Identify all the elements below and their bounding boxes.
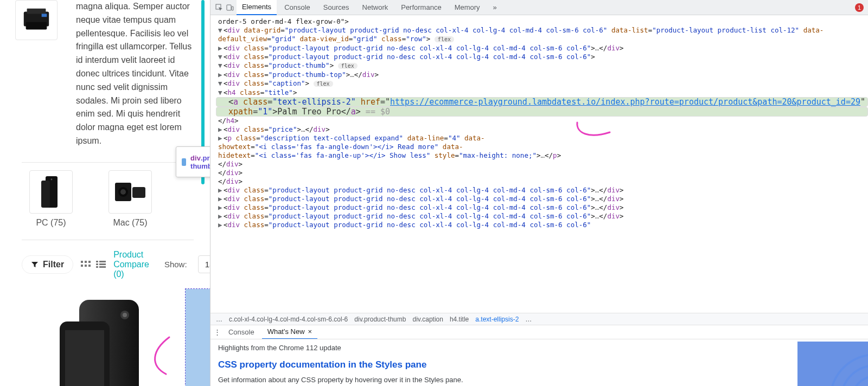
divider	[22, 240, 194, 240]
list-view-icon[interactable]	[96, 261, 106, 268]
subcategory-mac[interactable]: Mac (75)	[108, 170, 152, 228]
close-icon[interactable]: ×	[308, 327, 312, 336]
svg-rect-3	[42, 14, 47, 17]
svg-point-27	[123, 313, 127, 317]
devtools-panel: Elements Console Sources Network Perform…	[210, 0, 868, 386]
product-image[interactable]	[22, 289, 174, 386]
svg-rect-43	[227, 5, 231, 10]
filter-button[interactable]: Filter	[22, 255, 73, 274]
error-count-badge[interactable]: 1	[855, 3, 864, 12]
svg-point-9	[120, 189, 126, 195]
svg-rect-12	[85, 261, 87, 263]
svg-rect-1	[27, 9, 46, 14]
drawer-tab-console[interactable]: Console	[223, 325, 260, 339]
product-image[interactable]	[186, 289, 210, 386]
subcategory-label: Mac (75)	[108, 218, 152, 228]
drawer-tab-whatsnew[interactable]: What's New ×	[262, 325, 318, 339]
svg-rect-5	[41, 181, 50, 208]
drawer-tabbar: ⋮ Console What's New ×	[210, 325, 868, 339]
whatsnew-heading[interactable]: CSS property documentation in the Styles…	[218, 359, 860, 370]
inspect-element-icon[interactable]	[215, 3, 224, 12]
drawer-menu-icon[interactable]: ⋮	[214, 328, 221, 336]
tab-network[interactable]: Network	[357, 0, 394, 15]
whatsnew-highlights: Highlights from the Chrome 112 update	[218, 344, 860, 352]
svg-rect-20	[99, 263, 106, 265]
svg-rect-2	[26, 22, 47, 30]
svg-rect-10	[132, 187, 145, 198]
subcategory-list: PC (75) Mac (75)	[11, 170, 210, 228]
divider	[22, 162, 194, 163]
product-card-inspected[interactable]: Palm Treo Pro $337.99	[186, 289, 210, 386]
whatsnew-body: Get information about any CSS property b…	[218, 376, 860, 384]
svg-rect-18	[99, 261, 106, 262]
show-label: Show:	[164, 260, 187, 269]
tab-console[interactable]: Console	[279, 0, 316, 15]
svg-rect-25	[65, 330, 104, 386]
drawer-content: Highlights from the Chrome 112 update CS…	[210, 339, 868, 386]
svg-rect-21	[96, 266, 98, 268]
elements-tree[interactable]: order-5 order-md-4 flex-grow-0">▼<div da…	[210, 15, 868, 313]
tab-sources[interactable]: Sources	[318, 0, 355, 15]
svg-rect-22	[99, 266, 106, 268]
device-toolbar-icon[interactable]	[226, 3, 234, 12]
show-select[interactable]: 15 ▾	[198, 255, 210, 273]
svg-point-6	[51, 178, 53, 180]
tab-performance[interactable]: Performance	[395, 0, 446, 15]
svg-rect-14	[81, 265, 83, 267]
svg-rect-15	[85, 265, 87, 267]
funnel-icon	[31, 261, 39, 268]
svg-rect-16	[88, 265, 91, 267]
product-grid: HTC Touch HD $146.00	[11, 285, 210, 386]
tab-more[interactable]: »	[488, 0, 502, 15]
tab-elements[interactable]: Elements	[237, 0, 277, 15]
grid-view-icon[interactable]	[81, 261, 91, 268]
decorative-waves	[797, 342, 868, 386]
elements-breadcrumb[interactable]: … c.col-xl-4.col-lg-4.col-md-4.col-sm-6.…	[210, 313, 868, 325]
svg-rect-13	[88, 261, 91, 263]
tab-memory[interactable]: Memory	[449, 0, 486, 15]
svg-rect-17	[96, 261, 98, 262]
subcategory-label: PC (75)	[29, 218, 73, 228]
product-toolbar: Filter Product Compare (0) Show: 15 ▾ So…	[11, 248, 210, 285]
devtools-tabbar: Elements Console Sources Network Perform…	[210, 0, 868, 15]
svg-rect-19	[96, 263, 98, 265]
category-thumb-printer[interactable]	[15, 0, 58, 40]
inspect-tooltip: div.product-thumb 276.66 × 407.76	[176, 146, 210, 177]
product-card[interactable]: HTC Touch HD $146.00	[22, 289, 174, 386]
filter-label: Filter	[43, 260, 64, 269]
page-content: magna aliqua. Semper auctor neque vitae …	[0, 0, 210, 386]
subcategory-pc[interactable]: PC (75)	[29, 170, 73, 228]
compare-link[interactable]: Product Compare (0)	[113, 250, 149, 279]
svg-rect-44	[232, 7, 233, 10]
svg-rect-11	[81, 261, 83, 263]
inspect-badge-icon	[182, 158, 186, 166]
